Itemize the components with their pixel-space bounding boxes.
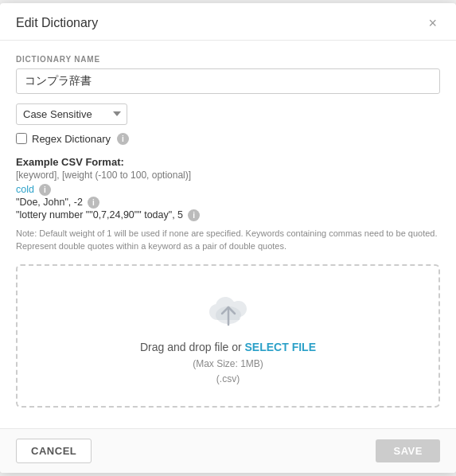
csv-title: Example CSV Format: — [16, 156, 440, 168]
case-sensitive-select[interactable]: Case Sensitive Case Insensitive — [16, 103, 127, 125]
csv-line-1-text: cold — [16, 184, 34, 195]
dict-name-label: DICTIONARY NAME — [16, 55, 440, 64]
csv-line-3: "lottery number ""0,7,24,90"" today", 5 … — [16, 209, 440, 221]
regex-row: Regex Dictionary i — [16, 133, 440, 145]
upload-meta: (Max Size: 1MB) (.csv) — [33, 357, 423, 387]
select-file-link[interactable]: SELECT FILE — [245, 341, 316, 353]
edit-dictionary-dialog: Edit Dictionary × DICTIONARY NAME Case S… — [0, 3, 456, 473]
upload-file-type: (.csv) — [33, 372, 423, 387]
cancel-button[interactable]: CANCEL — [16, 439, 92, 463]
upload-prompt: Drag and drop file or — [140, 341, 245, 353]
dict-name-field: DICTIONARY NAME — [16, 55, 440, 94]
csv-note: Note: Default weight of 1 will be used i… — [16, 228, 440, 253]
close-button[interactable]: × — [425, 14, 440, 32]
csv-line-1-info-icon[interactable]: i — [39, 184, 51, 196]
csv-line-3-text: "lottery number ""0,7,24,90"" today", 5 — [16, 209, 183, 220]
csv-subtitle: [keyword], [weight (-100 to 100, optiona… — [16, 170, 440, 181]
save-button[interactable]: SAVE — [376, 439, 440, 462]
regex-info-icon[interactable]: i — [117, 133, 129, 145]
csv-line-3-info-icon[interactable]: i — [188, 209, 200, 221]
upload-icon — [33, 290, 423, 333]
csv-line-2-text: "Doe, John", -2 — [16, 197, 83, 208]
csv-line-1: cold i — [16, 184, 440, 196]
csv-line-2-info-icon[interactable]: i — [88, 197, 99, 209]
upload-text: Drag and drop file or SELECT FILE — [33, 341, 423, 353]
upload-zone[interactable]: Drag and drop file or SELECT FILE (Max S… — [16, 264, 440, 408]
csv-line-2: "Doe, John", -2 i — [16, 197, 440, 209]
dialog-body: DICTIONARY NAME Case Sensitive Case Inse… — [0, 41, 456, 428]
regex-checkbox[interactable] — [16, 133, 27, 144]
dialog-footer: CANCEL SAVE — [0, 428, 456, 473]
regex-label: Regex Dictionary — [32, 133, 111, 145]
dialog-header: Edit Dictionary × — [0, 3, 456, 41]
upload-max-size: (Max Size: 1MB) — [33, 357, 423, 372]
dialog-title: Edit Dictionary — [16, 16, 98, 30]
csv-section: Example CSV Format: [keyword], [weight (… — [16, 156, 440, 253]
case-sensitive-row: Case Sensitive Case Insensitive — [16, 103, 440, 125]
dict-name-input[interactable] — [16, 68, 440, 94]
